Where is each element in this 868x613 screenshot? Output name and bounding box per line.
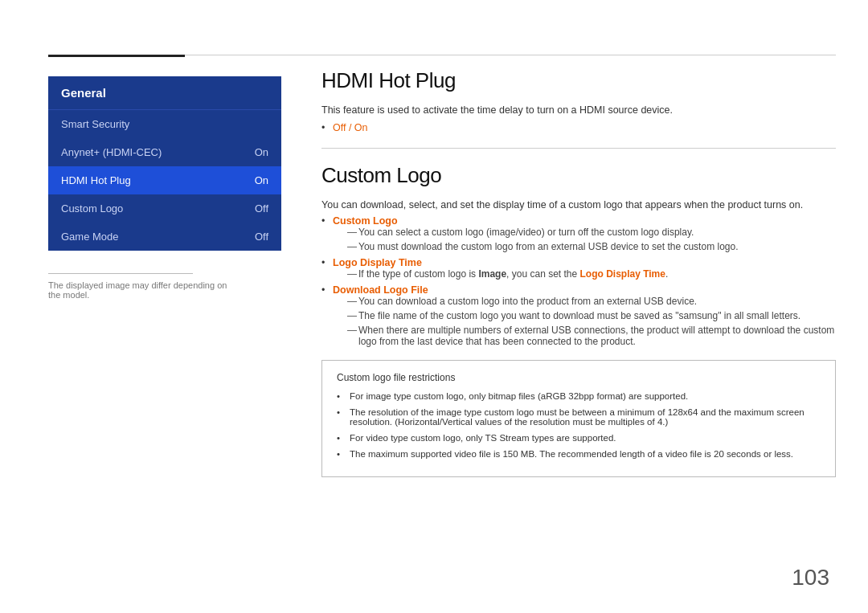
sidebar-item-value: On: [255, 146, 268, 158]
info-box-item-1: For image type custom logo, only bitmap …: [337, 391, 821, 401]
sub-item-custom-logo-1: You can select a custom logo (image/vide…: [347, 227, 836, 238]
bullet-custom-logo: Custom Logo You can select a custom logo…: [333, 215, 836, 252]
info-box-item-text: For video type custom logo, only TS Stre…: [350, 433, 616, 443]
off-on-text: Off / On: [333, 122, 368, 133]
top-bar-accent: [48, 55, 185, 57]
hdmi-hot-plug-bullets: Off / On: [333, 122, 836, 133]
sidebar-item-smart-security[interactable]: Smart Security: [48, 110, 281, 138]
custom-logo-bullets: Custom Logo You can select a custom logo…: [333, 215, 836, 347]
main-content: HDMI Hot Plug This feature is used to ac…: [321, 68, 836, 477]
sidebar-menu: General Smart Security Anynet+ (HDMI-CEC…: [48, 76, 281, 251]
sidebar-item-label: Game Mode: [61, 231, 119, 243]
section-divider: [321, 148, 836, 149]
logo-display-time-link: Logo Display Time: [333, 257, 422, 268]
logo-display-time-ref: Logo Display Time: [580, 268, 665, 280]
hdmi-hot-plug-title: HDMI Hot Plug: [321, 68, 836, 93]
hdmi-hot-plug-desc: This feature is used to activate the tim…: [321, 104, 836, 116]
sub-item-custom-logo-2: You must download the custom logo from a…: [347, 241, 836, 252]
custom-logo-link: Custom Logo: [333, 215, 398, 227]
sub-item-logo-display-time: If the type of custom logo is Image, you…: [347, 268, 836, 280]
info-box-title: Custom logo file restrictions: [337, 372, 821, 383]
sidebar-item-value: On: [255, 174, 268, 186]
sidebar-item-label: HDMI Hot Plug: [61, 174, 131, 186]
sub-item-download-2: The file name of the custom logo you wan…: [347, 310, 836, 321]
custom-logo-desc: You can download, select, and set the di…: [321, 199, 836, 210]
page-number: 103: [792, 565, 829, 591]
info-box-item-4: The maximum supported video file is 150 …: [337, 449, 821, 459]
bullet-download-logo-file: Download Logo File You can download a cu…: [333, 284, 836, 347]
sidebar-item-value: Off: [255, 231, 268, 243]
info-box-item-text: The resolution of the image type custom …: [350, 407, 805, 427]
sidebar-item-label: Anynet+ (HDMI-CEC): [61, 146, 162, 158]
info-box-item-text: The maximum supported video file is 150 …: [350, 449, 793, 459]
sidebar-note-text: The displayed image may differ depending…: [48, 280, 241, 300]
sidebar-item-custom-logo[interactable]: Custom Logo Off: [48, 194, 281, 223]
info-box: Custom logo file restrictions For image …: [321, 360, 836, 477]
sidebar-item-label: Smart Security: [61, 118, 129, 130]
sidebar-item-label: Custom Logo: [61, 202, 123, 215]
info-box-item-text: For image type custom logo, only bitmap …: [350, 391, 688, 401]
sidebar-note: The displayed image may differ depending…: [48, 273, 241, 300]
top-bar-line: [185, 55, 836, 55]
sidebar: General Smart Security Anynet+ (HDMI-CEC…: [48, 76, 281, 251]
sidebar-item-game-mode[interactable]: Game Mode Off: [48, 223, 281, 251]
custom-logo-title: Custom Logo: [321, 163, 836, 188]
info-box-item-3: For video type custom logo, only TS Stre…: [337, 433, 821, 443]
sidebar-item-hdmi-hot-plug[interactable]: HDMI Hot Plug On: [48, 166, 281, 194]
sidebar-item-anynet[interactable]: Anynet+ (HDMI-CEC) On: [48, 138, 281, 166]
sub-item-download-3: When there are multiple numbers of exter…: [347, 325, 836, 347]
sub-item-download-1: You can download a custom logo into the …: [347, 296, 836, 307]
bullet-logo-display-time: Logo Display Time If the type of custom …: [333, 257, 836, 280]
info-box-list: For image type custom logo, only bitmap …: [337, 391, 821, 459]
sidebar-header: General: [48, 76, 281, 110]
info-box-item-2: The resolution of the image type custom …: [337, 407, 821, 427]
sidebar-note-divider: [48, 273, 193, 274]
image-text: Image: [478, 268, 506, 280]
sidebar-item-value: Off: [255, 202, 268, 215]
hdmi-bullet-off-on: Off / On: [333, 122, 836, 133]
download-logo-file-link: Download Logo File: [333, 284, 428, 296]
